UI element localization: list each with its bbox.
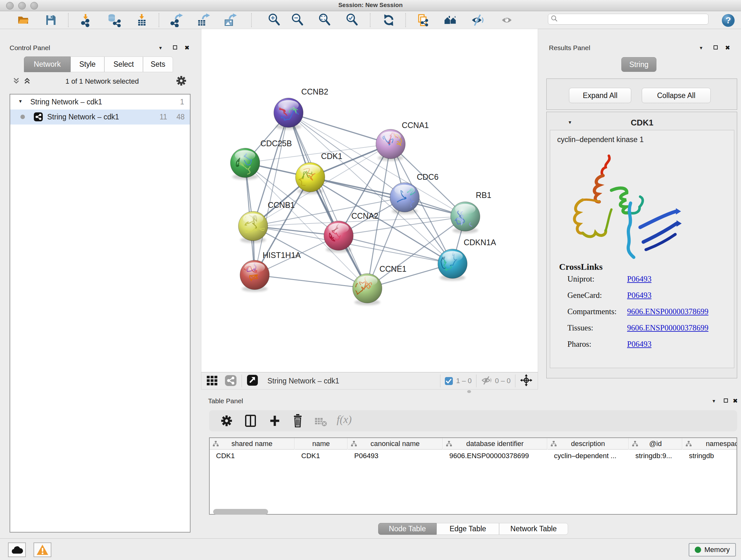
network-search-box[interactable] [548, 14, 709, 24]
crosslink-value-link[interactable]: 9606.ENSP00000378699 [627, 307, 709, 316]
network-node-CCNE1[interactable]: CCNE1 [352, 264, 407, 305]
control-panel-close-icon[interactable]: ✖ [185, 44, 190, 51]
open-session-icon[interactable] [16, 13, 30, 27]
expand-all-chevron-icon[interactable] [23, 77, 31, 86]
network-edge[interactable] [255, 275, 367, 288]
help-button[interactable]: ? [721, 13, 735, 27]
table-tabs: Node TableEdge TableNetwork Table [378, 523, 568, 535]
main-toolbar: ? [0, 11, 741, 29]
tab-node-table[interactable]: Node Table [378, 523, 436, 535]
network-edge[interactable] [288, 113, 391, 144]
export-image-icon[interactable] [223, 13, 237, 27]
crosslink-value-link[interactable]: P06493 [627, 291, 651, 300]
table-cell[interactable]: stringdb:9... [629, 450, 682, 462]
splitter-handle[interactable] [467, 390, 471, 393]
zoom-in-icon[interactable] [267, 13, 281, 27]
selected-checkbox[interactable] [445, 377, 453, 385]
table-cell[interactable]: CDK1 [295, 450, 347, 462]
new-network-from-selection-icon[interactable] [415, 13, 429, 27]
column-header-description[interactable]: description [548, 438, 629, 449]
export-network-icon[interactable] [169, 13, 183, 27]
create-column-icon[interactable] [268, 414, 281, 429]
zoom-out-icon[interactable] [291, 13, 305, 27]
toolbar-separator [251, 13, 252, 27]
column-header--id[interactable]: @id [629, 438, 682, 449]
tab-string[interactable]: String [621, 57, 657, 72]
table-panel-menu-icon[interactable]: ▼ [712, 398, 716, 403]
table-cell[interactable]: CDK1 [210, 450, 294, 462]
network-node-RB1[interactable]: RB1 [451, 191, 491, 233]
network-node-HIST1H1A[interactable]: HIST1H1A [240, 251, 301, 292]
crosslink-value-link[interactable]: P06493 [627, 274, 651, 284]
collapse-all-chevron-icon[interactable] [12, 77, 20, 86]
expand-all-button[interactable]: Expand All [569, 88, 631, 103]
network-row-selected[interactable]: String Network – cdk1 11 48 [10, 110, 190, 125]
crosslink-value-link[interactable]: 9606.ENSP00000378699 [627, 323, 709, 332]
detach-view-icon[interactable] [246, 374, 259, 388]
crosslink-value-link[interactable]: P06493 [627, 340, 651, 349]
table-panel-title: Table Panel [208, 397, 243, 405]
grid-view-icon[interactable] [206, 374, 219, 388]
column-header-namespace[interactable]: namespace [683, 438, 737, 449]
network-node-CCNB2[interactable]: CCNB2 [274, 87, 328, 130]
tab-select[interactable]: Select [105, 57, 143, 72]
zoom-selected-region-icon[interactable] [345, 13, 359, 27]
tab-network-table[interactable]: Network Table [499, 523, 568, 535]
tab-style[interactable]: Style [71, 57, 105, 72]
table-cell[interactable]: stringdb [683, 450, 737, 462]
crosshair-move-icon[interactable] [520, 374, 533, 388]
network-node-CDK1[interactable]: CDK1 [295, 152, 342, 194]
import-network-from-file-icon[interactable] [79, 13, 93, 27]
memory-button[interactable]: Memory [689, 543, 736, 557]
zoom-fit-content-icon[interactable] [318, 13, 332, 27]
show-all-icon[interactable] [501, 13, 515, 27]
results-panel-float-icon[interactable] [714, 45, 718, 50]
column-header-name[interactable]: name [295, 438, 347, 449]
network-node-CCNB1[interactable]: CCNB1 [239, 200, 295, 243]
network-edge[interactable] [288, 113, 367, 288]
select-columns-icon[interactable] [244, 414, 257, 429]
node-table[interactable]: shared namenamecanonical namedatabase id… [209, 437, 737, 515]
column-header-database-identifier[interactable]: database identifier [443, 438, 547, 449]
network-canvas[interactable]: CCNB2 CCNA1 CDC25B CDK1 CDC6 RB1 CCNB1 [201, 29, 538, 372]
tab-edge-table[interactable]: Edge Table [436, 523, 499, 535]
warning-status-button[interactable] [33, 543, 51, 557]
column-header-canonical-name[interactable]: canonical name [348, 438, 443, 449]
hide-selected-icon[interactable] [471, 13, 485, 27]
cloud-status-button[interactable] [8, 543, 26, 557]
apply-preferred-layout-icon[interactable] [382, 13, 396, 27]
crosslink-label: Tissues: [567, 323, 593, 332]
network-node-CDC25B[interactable]: CDC25B [230, 139, 292, 180]
control-panel-menu-icon[interactable]: ▼ [158, 45, 163, 51]
delete-column-icon[interactable] [291, 414, 304, 429]
control-panel: Control Panel ▼ ✖ NetworkStyleSelectSets… [0, 29, 200, 538]
crosslink-label: Uniprot: [567, 274, 595, 284]
houses-icon[interactable] [444, 13, 458, 27]
table-horizontal-scrollbar[interactable] [213, 509, 268, 515]
import-network-from-database-icon[interactable] [107, 13, 121, 27]
network-node-CDKN1A[interactable]: CDKN1A [438, 238, 496, 281]
tab-network[interactable]: Network [24, 57, 71, 72]
table-cell[interactable]: cyclin–dependent ... [548, 450, 629, 462]
search-input[interactable] [560, 15, 708, 23]
table-panel-close-icon[interactable]: ✖ [733, 397, 738, 405]
import-table-from-file-icon[interactable] [135, 13, 149, 27]
table-cell[interactable]: 9606.ENSP00000378699 [443, 450, 547, 462]
collection-expand-icon[interactable]: ▼ [18, 99, 23, 104]
save-session-icon[interactable] [44, 13, 58, 27]
table-cell[interactable]: P06493 [348, 450, 443, 462]
results-panel-menu-icon[interactable]: ▼ [699, 45, 703, 51]
network-options-gear-icon[interactable] [176, 75, 187, 87]
network-node-CCNA2[interactable]: CCNA2 [324, 211, 379, 253]
cloud-icon [10, 545, 23, 555]
share-view-icon[interactable] [224, 374, 237, 388]
collapse-all-button[interactable]: Collapse All [642, 88, 711, 103]
control-panel-float-icon[interactable] [173, 45, 177, 50]
results-panel-close-icon[interactable]: ✖ [725, 44, 730, 51]
tab-sets[interactable]: Sets [143, 57, 173, 72]
table-panel-float-icon[interactable] [724, 398, 728, 402]
table-settings-gear-icon[interactable] [220, 415, 232, 428]
export-table-icon[interactable] [196, 13, 210, 27]
network-collection-row[interactable]: ▼ String Network – cdk1 1 [10, 95, 190, 110]
column-header-shared-name[interactable]: shared name [210, 438, 294, 449]
